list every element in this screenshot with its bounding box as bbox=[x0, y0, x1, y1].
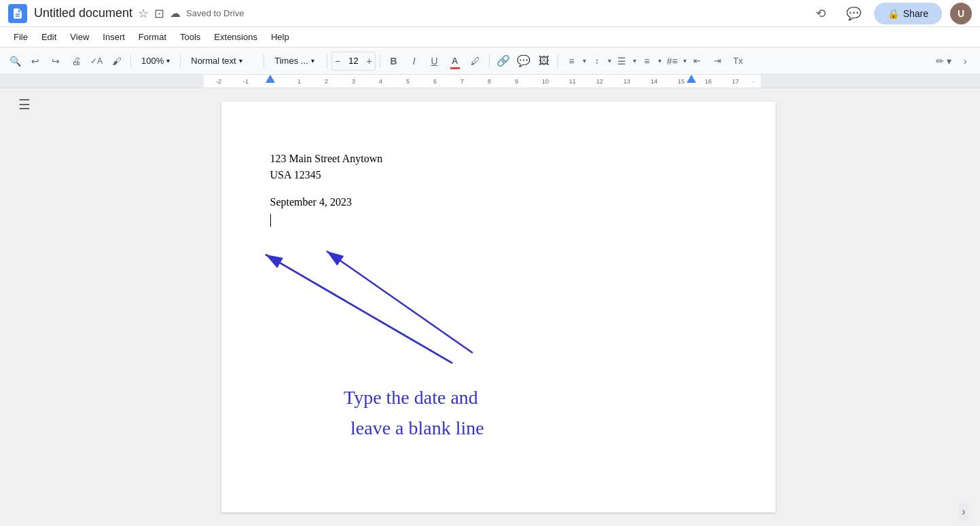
share-button[interactable]: 🔒 Share bbox=[874, 3, 942, 24]
font-size-increase[interactable]: + bbox=[363, 56, 374, 67]
menu-extensions[interactable]: Extensions bbox=[208, 29, 263, 45]
align-dropdown-icon: ▾ bbox=[583, 57, 586, 64]
bold-button[interactable]: B bbox=[384, 52, 403, 71]
right-sidebar: › bbox=[947, 88, 980, 526]
spellcheck-button[interactable]: ✓A bbox=[87, 52, 106, 71]
paragraph-dropdown-icon: ▾ bbox=[239, 57, 242, 64]
decrease-indent-button[interactable]: ⇤ bbox=[688, 52, 707, 71]
avatar[interactable]: U bbox=[950, 3, 972, 24]
document-title[interactable]: Untitled document bbox=[34, 6, 132, 20]
svg-text:15: 15 bbox=[678, 78, 685, 85]
svg-text:6: 6 bbox=[433, 78, 437, 85]
menu-insert[interactable]: Insert bbox=[97, 29, 130, 45]
font-dropdown-icon: ▾ bbox=[311, 57, 314, 64]
zoom-selector[interactable]: 100% ▾ bbox=[135, 52, 176, 71]
undo-button[interactable]: ↩ bbox=[26, 52, 45, 71]
edit-mode-button[interactable]: ✏ ▾ bbox=[933, 52, 954, 71]
separator-6 bbox=[489, 54, 490, 68]
font-size-input[interactable] bbox=[343, 56, 363, 66]
font-size-control: − + bbox=[331, 52, 375, 71]
highlight-button[interactable]: 🖊 bbox=[466, 52, 485, 71]
svg-text:8: 8 bbox=[488, 78, 491, 85]
clear-formatting-button[interactable]: Tx bbox=[729, 52, 748, 71]
font-selector[interactable]: Times ... ▾ bbox=[268, 52, 323, 71]
font-size-decrease[interactable]: − bbox=[332, 56, 343, 67]
link-button[interactable]: 🔗 bbox=[494, 52, 513, 71]
outline-button[interactable]: ☰ bbox=[16, 94, 33, 115]
svg-text:-2: -2 bbox=[216, 78, 221, 85]
svg-text:leave a blank line: leave a blank line bbox=[350, 417, 484, 438]
align-button[interactable]: ≡ bbox=[562, 52, 581, 71]
date-line: September 4, 2023 bbox=[270, 194, 727, 210]
svg-text:10: 10 bbox=[542, 78, 549, 85]
image-button[interactable]: 🖼 bbox=[534, 52, 553, 71]
expand-sidebar-button[interactable]: › bbox=[959, 503, 968, 521]
redo-button[interactable]: ↪ bbox=[46, 52, 65, 71]
menu-view[interactable]: View bbox=[65, 29, 94, 45]
svg-text:4: 4 bbox=[379, 78, 382, 85]
menu-file[interactable]: File bbox=[8, 29, 33, 45]
checklist-button[interactable]: ☰ bbox=[613, 52, 632, 71]
document-content: 123 Main Street Anytown USA 12345 Septem… bbox=[270, 151, 727, 229]
spacing-dropdown-icon: ▾ bbox=[608, 57, 611, 64]
left-sidebar: ☰ bbox=[0, 88, 49, 526]
toolbar-collapse-button[interactable]: › bbox=[956, 52, 975, 71]
svg-text:13: 13 bbox=[623, 78, 630, 85]
address-line2: USA 12345 bbox=[270, 167, 727, 183]
menu-help[interactable]: Help bbox=[266, 29, 295, 45]
folder-icon[interactable]: ⊡ bbox=[154, 6, 164, 21]
paint-format-button[interactable]: 🖌 bbox=[107, 52, 126, 71]
separator-3 bbox=[264, 54, 264, 68]
svg-rect-1 bbox=[0, 75, 204, 88]
svg-text:-1: -1 bbox=[243, 78, 249, 85]
bullet-list-button[interactable]: ≡ bbox=[638, 52, 657, 71]
saved-status: Saved to Drive bbox=[186, 8, 244, 18]
separator-2 bbox=[180, 54, 181, 68]
cursor-line bbox=[270, 213, 727, 229]
svg-text:2: 2 bbox=[325, 78, 328, 85]
numbered-dropdown-icon: ▾ bbox=[683, 57, 687, 64]
toolbar: 🔍 ↩ ↪ 🖨 ✓A 🖌 100% ▾ Normal text ▾ Times … bbox=[0, 48, 980, 75]
svg-text:1: 1 bbox=[297, 78, 301, 85]
menu-format[interactable]: Format bbox=[133, 29, 172, 45]
line-spacing-button[interactable]: ↕ bbox=[587, 52, 606, 71]
numbered-list-button[interactable]: #≡ bbox=[663, 52, 682, 71]
document-area[interactable]: 123 Main Street Anytown USA 12345 Septem… bbox=[49, 88, 947, 526]
svg-text:Type the date and: Type the date and bbox=[344, 387, 478, 408]
separator-1 bbox=[130, 54, 131, 68]
svg-text:9: 9 bbox=[515, 78, 518, 85]
search-icon[interactable]: 🔍 bbox=[5, 52, 24, 71]
share-lock-icon: 🔒 bbox=[888, 8, 899, 19]
text-color-button[interactable]: A bbox=[446, 52, 465, 71]
svg-rect-3 bbox=[204, 75, 761, 88]
svg-text:12: 12 bbox=[596, 78, 603, 85]
increase-indent-button[interactable]: ⇥ bbox=[708, 52, 727, 71]
address-line1: 123 Main Street Anytown bbox=[270, 151, 727, 167]
address-block: 123 Main Street Anytown USA 12345 bbox=[270, 151, 727, 183]
svg-text:5: 5 bbox=[406, 78, 410, 85]
menu-tools[interactable]: Tools bbox=[175, 29, 206, 45]
menu-bar: File Edit View Insert Format Tools Exten… bbox=[0, 27, 980, 48]
comments-icon[interactable]: 💬 bbox=[841, 1, 866, 26]
svg-text:16: 16 bbox=[705, 78, 712, 85]
svg-rect-2 bbox=[761, 75, 980, 88]
underline-button[interactable]: U bbox=[425, 52, 444, 71]
star-icon[interactable]: ☆ bbox=[138, 6, 149, 21]
comment-button[interactable]: 💬 bbox=[514, 52, 533, 71]
title-icons: ☆ ⊡ ☁ Saved to Drive bbox=[138, 6, 244, 21]
app-icon bbox=[8, 4, 27, 23]
ruler-svg: -2 -1 · 1 2 3 4 5 6 7 8 9 10 11 12 13 14… bbox=[0, 75, 980, 88]
svg-line-29 bbox=[266, 255, 452, 363]
svg-text:11: 11 bbox=[569, 78, 576, 85]
menu-edit[interactable]: Edit bbox=[36, 29, 62, 45]
separator-4 bbox=[327, 54, 327, 68]
italic-button[interactable]: I bbox=[405, 52, 424, 71]
paragraph-style-selector[interactable]: Normal text ▾ bbox=[185, 52, 259, 71]
history-icon[interactable]: ⟲ bbox=[809, 1, 833, 26]
title-bar: Untitled document ☆ ⊡ ☁ Saved to Drive ⟲… bbox=[0, 0, 980, 27]
svg-text:14: 14 bbox=[651, 78, 657, 85]
header-right: ⟲ 💬 🔒 Share U bbox=[809, 1, 972, 26]
document-page[interactable]: 123 Main Street Anytown USA 12345 Septem… bbox=[221, 102, 776, 512]
separator-5 bbox=[380, 54, 380, 68]
print-button[interactable]: 🖨 bbox=[67, 52, 86, 71]
